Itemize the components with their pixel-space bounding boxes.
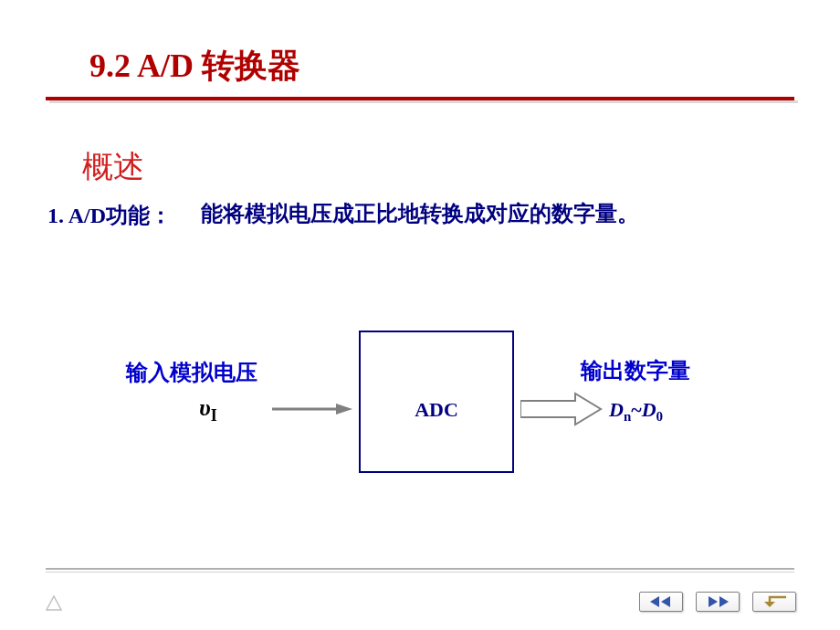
title-underline-shadow bbox=[49, 100, 798, 103]
overview-heading: 概述 bbox=[82, 146, 144, 188]
next-button[interactable] bbox=[696, 592, 740, 612]
prev-button[interactable] bbox=[639, 592, 683, 612]
input-label: 输入模拟电压 bbox=[126, 358, 257, 387]
svg-marker-7 bbox=[764, 602, 775, 607]
input-symbol-main: υ bbox=[199, 394, 211, 421]
double-chevron-left-icon bbox=[648, 596, 674, 607]
function-description: 能将模拟电压成正比地转换成对应的数字量。 bbox=[201, 199, 639, 228]
output-symbol-left-main: D bbox=[609, 398, 624, 421]
svg-marker-3 bbox=[650, 596, 659, 607]
footer-divider-shadow bbox=[46, 572, 794, 572]
function-label: 1. A/D功能： bbox=[47, 201, 172, 230]
svg-marker-6 bbox=[719, 596, 729, 607]
svg-marker-5 bbox=[709, 596, 718, 607]
svg-marker-1 bbox=[336, 404, 352, 415]
output-symbol-left-sub: n bbox=[624, 409, 631, 424]
svg-marker-4 bbox=[661, 596, 670, 607]
input-symbol: υI bbox=[199, 394, 217, 425]
nav-button-group bbox=[639, 592, 796, 612]
input-symbol-sub: I bbox=[211, 406, 217, 425]
output-symbol: Dn~D0 bbox=[609, 398, 663, 425]
back-button[interactable] bbox=[752, 592, 796, 612]
slide-title: 9.2 A/D 转换器 bbox=[89, 44, 300, 89]
svg-marker-2 bbox=[520, 394, 601, 425]
output-label: 输出数字量 bbox=[581, 356, 690, 385]
output-symbol-tilde: ~ bbox=[631, 398, 641, 421]
slide-logo-icon bbox=[46, 595, 62, 615]
adc-box-label: ADC bbox=[359, 398, 514, 422]
return-arrow-icon bbox=[761, 595, 788, 608]
double-chevron-right-icon bbox=[705, 596, 730, 607]
output-symbol-right-sub: 0 bbox=[656, 409, 664, 424]
footer-divider bbox=[46, 568, 794, 570]
output-symbol-right-main: D bbox=[642, 398, 656, 421]
input-arrow-icon bbox=[272, 402, 352, 420]
output-arrow-icon bbox=[520, 391, 603, 431]
